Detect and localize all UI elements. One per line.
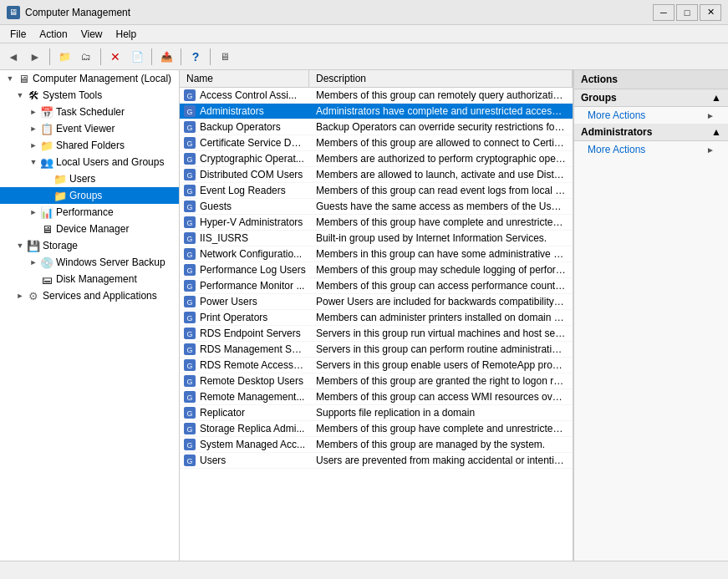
svg-text:G: G [186,108,192,116]
toolbar-sep-5 [210,48,211,65]
group-description: Members of this group have complete and … [309,423,573,434]
tree-item-users[interactable]: ► 📁 Users [0,170,179,187]
list-item[interactable]: GAdministratorsAdministrators have compl… [180,104,573,119]
group-description: Servers in this group enable users of Re… [309,359,573,371]
row-name-cell: GPrint Operators [180,311,309,324]
menu-action[interactable]: Action [33,27,74,42]
status-bar [0,561,728,579]
list-item[interactable]: GCryptographic Operat...Members are auth… [180,151,573,167]
expand-system-tools[interactable]: ▼ [13,91,27,99]
list-item[interactable]: GPerformance Monitor ...Members of this … [180,278,573,294]
delete-button[interactable]: ✕ [105,47,125,67]
actions-section-administrators[interactable]: Administrators ▲ [574,124,728,141]
expand-services-apps[interactable]: ► [13,292,27,300]
actions-groups-arrow: ▲ [711,92,721,104]
expand-storage[interactable]: ▼ [13,241,27,250]
tree-item-shared-folders[interactable]: ► 📁 Shared Folders [0,137,179,154]
show-hide-button[interactable]: 📁 [54,47,74,67]
help-button[interactable]: ? [186,47,206,67]
tree-label-performance: Performance [56,206,114,218]
list-item[interactable]: GReplicatorSupports file replication in … [180,405,573,421]
list-item[interactable]: GBackup OperatorsBackup Operators can ov… [180,119,573,135]
tree-item-windows-server-backup[interactable]: ► 💿 Windows Server Backup [0,254,179,271]
list-item[interactable]: GEvent Log ReadersMembers of this group … [180,183,573,199]
list-item[interactable]: GPerformance Log UsersMembers of this gr… [180,262,573,278]
console-button[interactable]: 🖥 [215,47,235,67]
list-item[interactable]: GDistributed COM UsersMembers are allowe… [180,167,573,183]
group-name: Replicator [200,407,245,419]
tree-item-device-manager[interactable]: ► 🖥 Device Manager [0,221,179,237]
list-item[interactable]: GGuestsGuests have the same access as me… [180,199,573,215]
expand-performance[interactable]: ► [27,208,40,216]
back-button[interactable]: ◄ [3,47,23,67]
list-item[interactable]: GSystem Managed Acc...Members of this gr… [180,437,573,453]
list-item[interactable]: GPower UsersPower Users are included for… [180,294,573,310]
export-button[interactable]: 📤 [156,47,176,67]
svg-text:G: G [186,346,192,354]
svg-text:G: G [186,155,192,164]
tree-item-computer-management[interactable]: ▼ 🖥 Computer Management (Local) [0,70,179,87]
row-name-cell: GPerformance Monitor ... [180,279,309,292]
group-name: Access Control Assi... [200,89,297,101]
row-name-cell: GGuests [180,200,309,213]
system-tools-icon: 🛠 [27,89,40,102]
list-item[interactable]: GCertificate Service DC...Members of thi… [180,135,573,151]
maximize-button[interactable]: □ [676,4,698,21]
action-admins-more[interactable]: More Actions ► [574,141,728,158]
row-name-cell: GAdministrators [180,104,309,118]
expand-local-users-groups[interactable]: ▼ [27,158,40,166]
group-icon: G [183,231,196,245]
tree-item-storage[interactable]: ▼ 💾 Storage [0,237,179,254]
group-name: IIS_IUSRS [200,232,248,244]
list-item[interactable]: GRDS Endpoint ServersServers in this gro… [180,326,573,342]
menu-file[interactable]: File [3,27,33,42]
row-name-cell: GReplicator [180,406,309,419]
minimize-button[interactable]: ─ [653,4,675,21]
expand-event-viewer[interactable]: ► [27,124,40,133]
tree-item-system-tools[interactable]: ▼ 🛠 System Tools [0,87,179,104]
list-item[interactable]: GRDS Management Ser...Servers in this gr… [180,342,573,358]
list-panel: Name Description GAccess Control Assi...… [180,70,573,561]
svg-text:G: G [186,362,192,370]
group-name: Print Operators [200,312,267,323]
list-item[interactable]: GRemote Management...Members of this gro… [180,389,573,405]
list-item[interactable]: GIIS_IUSRSBuilt-in group used by Interne… [180,231,573,246]
menu-view[interactable]: View [74,27,109,42]
list-item[interactable]: GNetwork Configuratio...Members in this … [180,246,573,262]
list-item[interactable]: GPrint OperatorsMembers can administer p… [180,310,573,326]
group-name: Cryptographic Operat... [200,153,304,165]
tree-item-groups[interactable]: ► 📁 Groups [0,187,179,204]
action-groups-more[interactable]: More Actions ► [574,107,728,124]
actions-admins-label: Administrators [581,126,652,138]
tree-item-task-scheduler[interactable]: ► 📅 Task Scheduler [0,104,179,120]
group-description: Users are prevented from making accident… [309,455,573,466]
expand-computer-management[interactable]: ▼ [3,74,17,83]
list-item[interactable]: GRemote Desktop UsersMembers of this gro… [180,373,573,389]
col-header-description[interactable]: Description [309,70,573,87]
task-scheduler-icon: 📅 [40,105,53,119]
list-item[interactable]: GUsersUsers are prevented from making ac… [180,453,573,469]
tree-item-disk-management[interactable]: ► 🖴 Disk Management [0,271,179,287]
list-item[interactable]: GRDS Remote Access S...Servers in this g… [180,358,573,373]
col-header-name[interactable]: Name [180,70,309,87]
properties-button[interactable]: 📄 [127,47,147,67]
view-button[interactable]: 🗂 [76,47,96,67]
tree-item-local-users-groups[interactable]: ▼ 👥 Local Users and Groups [0,154,179,170]
list-item[interactable]: GHyper-V AdministratorsMembers of this g… [180,215,573,231]
expand-shared-folders[interactable]: ► [27,141,40,150]
expand-task-scheduler[interactable]: ► [27,108,40,116]
expand-windows-server-backup[interactable]: ► [27,258,40,267]
group-icon: G [183,343,196,356]
group-description: Members of this group are allowed to con… [309,137,573,149]
close-button[interactable]: ✕ [700,4,721,21]
list-item[interactable]: GAccess Control Assi...Members of this g… [180,88,573,104]
tree-item-event-viewer[interactable]: ► 📋 Event Viewer [0,120,179,137]
forward-button[interactable]: ► [25,47,45,67]
menu-help[interactable]: Help [109,27,144,42]
group-icon: G [183,247,196,261]
tree-item-performance[interactable]: ► 📊 Performance [0,204,179,221]
list-item[interactable]: GStorage Replica Admi...Members of this … [180,421,573,437]
actions-section-groups[interactable]: Groups ▲ [574,89,728,107]
action-admins-more-label: More Actions [588,144,645,155]
tree-item-services-apps[interactable]: ► ⚙ Services and Applications [0,287,179,304]
